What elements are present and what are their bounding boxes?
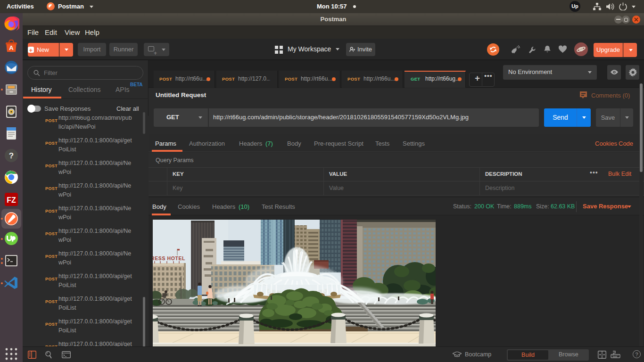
svg-text:RESS HOTEL: RESS HOTEL xyxy=(153,255,185,261)
svg-text:A: A xyxy=(9,44,14,51)
svg-text:?: ? xyxy=(9,151,14,160)
svg-text:FZ: FZ xyxy=(7,196,16,204)
